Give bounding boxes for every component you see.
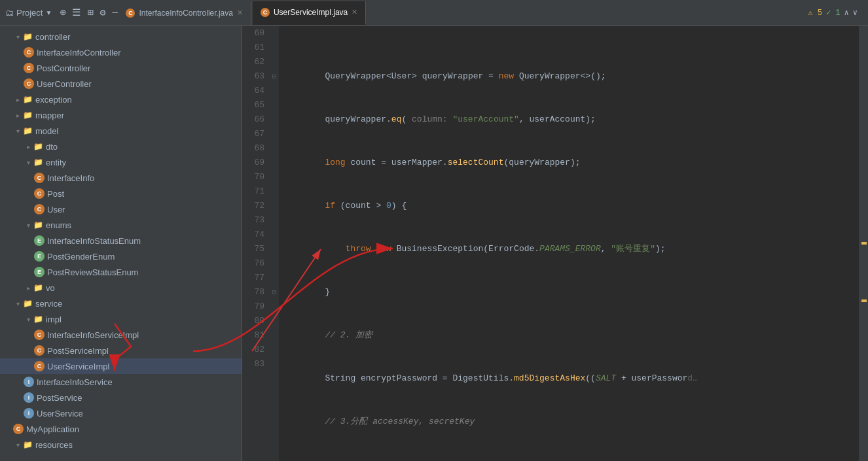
c-icon-post-controller: C bbox=[24, 63, 34, 73]
sidebar-item-post[interactable]: C Post bbox=[0, 186, 242, 201]
sidebar-item-post-controller[interactable]: C PostController bbox=[0, 60, 242, 76]
code-line-69: String accessKey = DigestUtil.md5Hex( da… bbox=[284, 458, 854, 461]
tab-right-icons: ⚠ 5 ✓ 1 ∧ ∨ bbox=[803, 8, 863, 18]
warning-stripe-75 bbox=[861, 242, 867, 245]
close-tab-2[interactable]: ✕ bbox=[352, 8, 357, 16]
check-badge: ✓ 1 bbox=[826, 8, 841, 18]
sidebar-item-interface-service-impl[interactable]: C InterfaceInfoServiceImpl bbox=[0, 327, 242, 343]
right-gutter bbox=[859, 26, 868, 461]
arrow-right-mapper: ▸ bbox=[13, 111, 22, 120]
code-line-67: String encryptPassword = DigestUtils.md5… bbox=[284, 371, 854, 386]
close-tab-1[interactable]: ✕ bbox=[237, 9, 243, 17]
toolbar-icon-2[interactable]: ☰ bbox=[72, 7, 81, 19]
ln-66: 66 bbox=[247, 112, 264, 127]
ln-76: 76 bbox=[247, 256, 264, 271]
tab-interface-info-controller[interactable]: C InterfaceInfoController.java ✕ bbox=[118, 1, 251, 25]
sidebar-item-model[interactable]: ▾ 📁 model bbox=[0, 123, 242, 139]
sidebar-item-post-service[interactable]: I PostService bbox=[0, 390, 242, 405]
sidebar-item-post-gender-enum[interactable]: E PostGenderEnum bbox=[0, 248, 242, 264]
toolbar-icon-4[interactable]: ⚙ bbox=[99, 7, 105, 19]
dropdown-arrow[interactable]: ▼ bbox=[45, 9, 52, 16]
c-icon-user: C bbox=[34, 204, 45, 214]
e-icon-post-gender: E bbox=[34, 251, 45, 262]
code-line-68: // 3.分配 accessKey, secretKey bbox=[284, 415, 854, 429]
sidebar-item-interface-status-enum[interactable]: E InterfaceInfoStatusEnum bbox=[0, 233, 242, 248]
sidebar-item-impl[interactable]: ▾ 📁 impl bbox=[0, 311, 242, 327]
code-line-65: } bbox=[284, 285, 854, 299]
sidebar-item-resources[interactable]: ▾ 📁 resources bbox=[0, 437, 242, 452]
c-icon-active: C bbox=[261, 8, 270, 17]
ln-77: 77 bbox=[247, 271, 264, 285]
ln-80: 80 bbox=[247, 314, 264, 328]
project-label[interactable]: 🗂 Project ▼ bbox=[5, 8, 52, 18]
ln-65: 65 bbox=[247, 98, 264, 112]
folder-icon-dto: 📁 bbox=[33, 141, 43, 152]
arrow-down: ▾ bbox=[13, 32, 22, 41]
folder-icon-controller: 📁 bbox=[22, 31, 33, 42]
ln-62: 62 bbox=[247, 55, 264, 69]
arrow-down-model: ▾ bbox=[13, 126, 22, 135]
sidebar-item-user-service-impl[interactable]: C UserServiceImpl bbox=[0, 358, 242, 374]
sidebar-item-user-service[interactable]: I UserService bbox=[0, 405, 242, 421]
ln-60: 60 bbox=[247, 26, 264, 41]
e-icon-post-review: E bbox=[34, 267, 45, 277]
ln-67: 67 bbox=[247, 127, 264, 141]
sidebar-item-vo[interactable]: ▸ 📁 vo bbox=[0, 280, 242, 296]
toolbar-icons: ⊕ ☰ ⊞ ⚙ — bbox=[60, 7, 118, 19]
sidebar-item-enums[interactable]: ▾ 📁 enums bbox=[0, 217, 242, 233]
sidebar-item-controller[interactable]: ▾ 📁 controller bbox=[0, 29, 242, 44]
sidebar-item-interface-info-controller[interactable]: C InterfaceInfoController bbox=[0, 44, 242, 60]
code-content[interactable]: 60 61 62 63 64 65 66 67 68 69 70 71 72 7… bbox=[242, 26, 868, 461]
sidebar-item-interface-info[interactable]: C InterfaceInfo bbox=[0, 170, 242, 186]
up-nav[interactable]: ∧ bbox=[844, 8, 849, 18]
sidebar-item-service[interactable]: ▾ 📁 service bbox=[0, 296, 242, 311]
toolbar-icon-5[interactable]: — bbox=[112, 7, 118, 18]
ln-79: 79 bbox=[247, 299, 264, 314]
i-icon-post-service: I bbox=[24, 392, 34, 403]
sidebar-item-exception[interactable]: ▸ 📁 exception bbox=[0, 92, 242, 107]
c-icon-interface-info: C bbox=[34, 173, 45, 183]
sidebar-item-interface-info-service[interactable]: I InterfaceInfoService bbox=[0, 374, 242, 390]
sidebar-item-user-controller[interactable]: C UserController bbox=[0, 76, 242, 92]
arrow-right-dto: ▸ bbox=[24, 142, 33, 151]
folder-icon-mapper: 📁 bbox=[22, 110, 33, 120]
ln-75: 75 bbox=[247, 242, 264, 256]
c-icon-user-service-impl: C bbox=[34, 361, 45, 371]
sidebar-item-mapper[interactable]: ▸ 📁 mapper bbox=[0, 107, 242, 123]
folder-icon-service: 📁 bbox=[22, 298, 33, 309]
i-icon-user-service: I bbox=[24, 408, 34, 418]
ln-83: 83 bbox=[247, 357, 264, 371]
ln-82: 82 bbox=[247, 343, 264, 357]
ln-63: 63 bbox=[247, 69, 264, 84]
toolbar-icon-3[interactable]: ⊞ bbox=[87, 7, 93, 19]
sidebar-item-post-service-impl[interactable]: C PostServiceImpl bbox=[0, 343, 242, 358]
tab-bar: C InterfaceInfoController.java ✕ C UserS… bbox=[118, 1, 803, 25]
toolbar-icon-1[interactable]: ⊕ bbox=[60, 7, 65, 19]
code-line-60: QueryWrapper<User> queryWrapper = new Qu… bbox=[284, 69, 854, 84]
arrow-down-entity: ▾ bbox=[24, 158, 33, 167]
folder-icon-entity: 📁 bbox=[33, 157, 43, 167]
folder-icon-enums: 📁 bbox=[33, 220, 43, 230]
down-nav[interactable]: ∨ bbox=[853, 8, 858, 18]
sidebar: ▾ 📁 controller C InterfaceInfoController… bbox=[0, 26, 242, 461]
sidebar-item-entity[interactable]: ▾ 📁 entity bbox=[0, 154, 242, 170]
sidebar-item-my-application[interactable]: C MyApplication bbox=[0, 421, 242, 437]
ln-73: 73 bbox=[247, 213, 264, 228]
folder-icon-vo: 📁 bbox=[33, 282, 43, 293]
warning-badge: ⚠ 5 bbox=[808, 8, 822, 18]
code-line-62: long count = userMapper.selectCount(quer… bbox=[284, 156, 854, 170]
sidebar-item-user[interactable]: C User bbox=[0, 201, 242, 217]
folder-icon: 🗂 bbox=[5, 8, 14, 18]
sidebar-item-post-review-enum[interactable]: E PostReviewStatusEnum bbox=[0, 264, 242, 280]
sidebar-item-dto[interactable]: ▸ 📁 dto bbox=[0, 139, 242, 154]
c-icon-interface-service-impl: C bbox=[34, 330, 45, 340]
ln-81: 81 bbox=[247, 328, 264, 343]
c-icon-my-application: C bbox=[13, 424, 24, 434]
editor-area: 60 61 62 63 64 65 66 67 68 69 70 71 72 7… bbox=[242, 26, 868, 461]
folder-icon-impl: 📁 bbox=[33, 314, 43, 324]
code-editor[interactable]: QueryWrapper<User> queryWrapper = new Qu… bbox=[279, 26, 859, 461]
ln-78: 78 bbox=[247, 285, 264, 299]
arrow-right-exception: ▸ bbox=[13, 95, 22, 104]
tab-user-service-impl[interactable]: C UserServiceImpl.java ✕ bbox=[253, 1, 366, 25]
arrow-down-enums: ▾ bbox=[24, 220, 33, 230]
